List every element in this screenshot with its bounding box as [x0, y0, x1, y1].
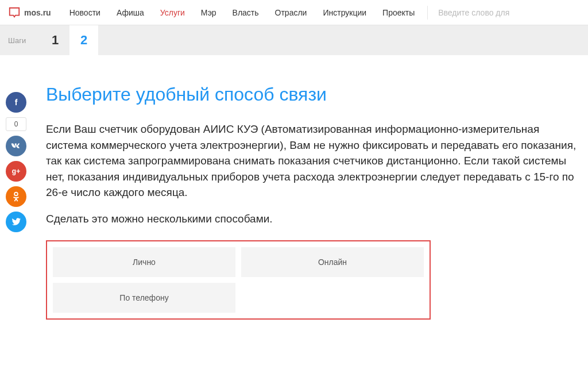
page-title: Выберите удобный способ связи — [46, 84, 577, 105]
share-googleplus-button[interactable]: g+ — [6, 161, 26, 182]
nav-projects[interactable]: Проекты — [374, 0, 423, 25]
nav-divider — [427, 6, 428, 20]
steps-bar: Шаги 1 2 — [0, 25, 588, 55]
option-online[interactable]: Онлайн — [241, 247, 424, 277]
share-count: 0 — [6, 117, 26, 131]
facebook-icon: f — [15, 98, 18, 107]
top-nav: Новости Афиша Услуги Мэр Власть Отрасли … — [61, 0, 423, 25]
share-facebook-button[interactable]: f — [6, 92, 26, 113]
option-by-phone[interactable]: По телефону — [53, 283, 235, 313]
main-content: Выберите удобный способ связи Если Ваш с… — [0, 55, 588, 320]
steps-label: Шаги — [8, 25, 26, 55]
option-in-person[interactable]: Лично — [53, 247, 235, 277]
nav-afisha[interactable]: Афиша — [109, 0, 152, 25]
paragraph-2: Сделать это можно несколькими способами. — [46, 211, 577, 227]
paragraph-1: Если Ваш счетчик оборудован АИИС КУЭ (Ав… — [46, 121, 577, 201]
topbar: mos.ru Новости Афиша Услуги Мэр Власть О… — [0, 0, 588, 25]
nav-mayor[interactable]: Мэр — [193, 0, 225, 25]
step-1[interactable]: 1 — [41, 25, 69, 55]
step-2[interactable]: 2 — [69, 25, 98, 55]
contact-options: Лично Онлайн По телефону — [46, 240, 431, 320]
nav-instructions[interactable]: Инструкции — [315, 0, 374, 25]
nav-services[interactable]: Услуги — [152, 0, 193, 25]
vk-icon — [11, 143, 21, 149]
logo[interactable]: mos.ru — [8, 6, 51, 19]
twitter-icon — [11, 218, 21, 226]
googleplus-icon: g+ — [12, 167, 20, 175]
ok-icon — [13, 191, 20, 202]
logo-icon — [8, 6, 21, 19]
search-input[interactable]: Введите слово для — [438, 8, 509, 17]
nav-power[interactable]: Власть — [225, 0, 267, 25]
svg-point-0 — [14, 193, 18, 196]
nav-news[interactable]: Новости — [61, 0, 109, 25]
share-vk-button[interactable] — [6, 136, 26, 156]
share-ok-button[interactable] — [6, 186, 26, 207]
social-rail: f 0 g+ — [6, 92, 26, 232]
nav-industries[interactable]: Отрасли — [267, 0, 315, 25]
logo-text: mos.ru — [24, 8, 51, 17]
share-twitter-button[interactable] — [6, 212, 26, 232]
